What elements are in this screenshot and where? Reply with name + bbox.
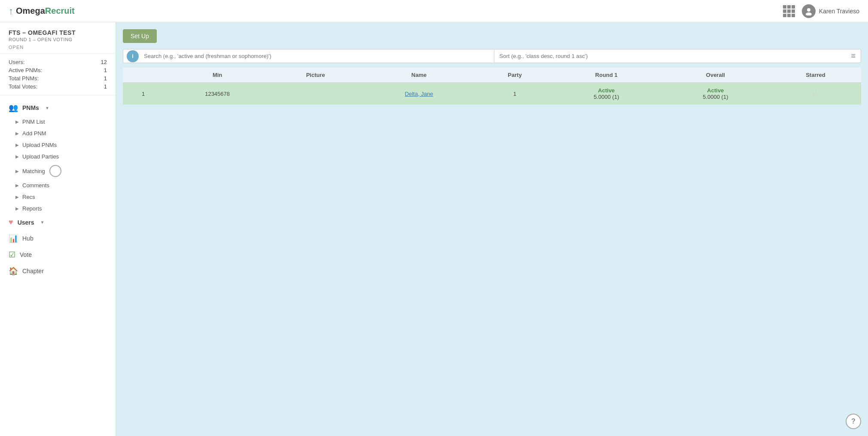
round1-status: Active <box>557 87 656 94</box>
sidebar-item-matching[interactable]: ▶ Matching <box>0 162 116 180</box>
user-section[interactable]: Karen Travieso <box>802 4 859 18</box>
sidebar-org: FTS – OMEGAFI TEST ROUND 1 – OPEN VOTING… <box>0 22 116 54</box>
user-name: Karen Travieso <box>819 8 859 15</box>
stat-active-pnms: Active PNMs: 1 <box>9 66 107 74</box>
col-min: Min <box>164 67 271 83</box>
row-picture <box>271 83 360 105</box>
row-overall: Active 5.0000 (1) <box>661 83 770 105</box>
sidebar-item-upload-parties[interactable]: ▶ Upload Parties <box>0 151 116 162</box>
search-input[interactable] <box>142 49 490 63</box>
hub-chart-icon: 📊 <box>9 234 18 243</box>
star-icon[interactable]: ☆ <box>812 89 819 98</box>
top-header: ↑ OmegaRecruit Karen Travieso <box>0 0 868 22</box>
pnm-list-arrow-icon: ▶ <box>15 119 19 124</box>
col-overall: Overall <box>661 67 770 83</box>
pnms-dropdown-arrow: ▼ <box>45 106 49 110</box>
table-row: 1 12345678 Delta, Jane 1 Active 5.0000 (… <box>123 83 861 105</box>
search-sort-bar: i ≡ <box>123 49 861 63</box>
users-heart-icon: ♥ <box>9 218 13 227</box>
help-button[interactable]: ? <box>846 414 861 429</box>
comments-arrow-icon: ▶ <box>15 183 19 188</box>
row-starred[interactable]: ☆ <box>770 83 861 105</box>
reports-arrow-icon: ▶ <box>15 206 19 211</box>
col-party: Party <box>478 67 551 83</box>
sidebar-item-hub[interactable]: 📊 Hub <box>0 230 116 247</box>
logo: ↑ OmegaRecruit <box>9 6 75 17</box>
col-picture: Picture <box>271 67 360 83</box>
row-party: 1 <box>478 83 551 105</box>
sidebar-item-comments[interactable]: ▶ Comments <box>0 180 116 191</box>
sidebar-item-upload-pnms[interactable]: ▶ Upload PNMs <box>0 139 116 151</box>
row-min: 12345678 <box>164 83 271 105</box>
col-round1: Round 1 <box>552 67 661 83</box>
sidebar: FTS – OMEGAFI TEST ROUND 1 – OPEN VOTING… <box>0 22 116 436</box>
header-right: Karen Travieso <box>783 4 859 18</box>
content-area: Set Up i ≡ Min Picture Name Party Round … <box>116 22 868 436</box>
col-starred: Starred <box>770 67 861 83</box>
svg-point-0 <box>807 8 810 12</box>
logo-text: OmegaRecruit <box>16 6 75 16</box>
sidebar-item-recs[interactable]: ▶ Recs <box>0 191 116 203</box>
add-pnm-arrow-icon: ▶ <box>15 131 19 136</box>
row-round1: Active 5.0000 (1) <box>552 83 661 105</box>
overall-score: 5.0000 (1) <box>666 94 765 100</box>
stat-total-votes: Total Votes: 1 <box>9 82 107 91</box>
stat-total-pnms: Total PNMs: 1 <box>9 74 107 82</box>
pnm-table: Min Picture Name Party Round 1 Overall S… <box>123 67 861 105</box>
sidebar-item-vote[interactable]: ☑ Vote <box>0 247 116 263</box>
recs-arrow-icon: ▶ <box>15 195 19 199</box>
upload-pnms-arrow-icon: ▶ <box>15 143 19 147</box>
sidebar-stats: Users: 12 Active PNMs: 1 Total PNMs: 1 T… <box>0 54 116 95</box>
apps-grid-icon[interactable] <box>783 5 795 17</box>
pnm-name-link[interactable]: Delta, Jane <box>405 91 433 97</box>
svg-point-1 <box>806 12 812 15</box>
row-name[interactable]: Delta, Jane <box>360 83 478 105</box>
row-number: 1 <box>123 83 164 105</box>
sidebar-item-pnm-list[interactable]: ▶ PNM List <box>0 116 116 128</box>
main-layout: FTS – OMEGAFI TEST ROUND 1 – OPEN VOTING… <box>0 22 868 436</box>
matching-circle-indicator <box>49 165 61 177</box>
pnms-icon: 👥 <box>9 103 18 113</box>
org-title: FTS – OMEGAFI TEST <box>9 29 107 36</box>
setup-button[interactable]: Set Up <box>123 29 157 43</box>
user-avatar <box>802 4 816 18</box>
upload-parties-arrow-icon: ▶ <box>15 154 19 159</box>
sidebar-item-pnms[interactable]: 👥 PNMs ▼ <box>0 100 116 116</box>
sidebar-item-add-pnm[interactable]: ▶ Add PNM <box>0 128 116 139</box>
sidebar-item-users[interactable]: ♥ Users ▼ <box>0 214 116 230</box>
sidebar-item-reports[interactable]: ▶ Reports <box>0 203 116 214</box>
sidebar-nav: 👥 PNMs ▼ ▶ PNM List ▶ Add PNM ▶ Upload P… <box>0 95 116 284</box>
sidebar-item-chapter[interactable]: 🏠 Chapter <box>0 263 116 279</box>
table-menu-icon[interactable]: ≡ <box>846 52 861 61</box>
col-name: Name <box>360 67 478 83</box>
table-header-row: Min Picture Name Party Round 1 Overall S… <box>123 67 861 83</box>
info-icon: i <box>127 50 139 62</box>
sort-input[interactable] <box>498 49 846 63</box>
round1-score: 5.0000 (1) <box>557 94 656 100</box>
col-num <box>123 67 164 83</box>
chapter-home-icon: 🏠 <box>9 266 18 276</box>
logo-arrow-icon: ↑ <box>9 6 13 17</box>
sort-divider <box>494 50 494 63</box>
matching-arrow-icon: ▶ <box>15 169 19 174</box>
org-round: ROUND 1 – OPEN VOTING <box>9 37 107 42</box>
stat-users: Users: 12 <box>9 58 107 66</box>
users-dropdown-arrow: ▼ <box>40 220 45 225</box>
vote-check-icon: ☑ <box>9 250 15 259</box>
overall-status: Active <box>666 87 765 94</box>
org-status: OPEN <box>9 45 107 50</box>
